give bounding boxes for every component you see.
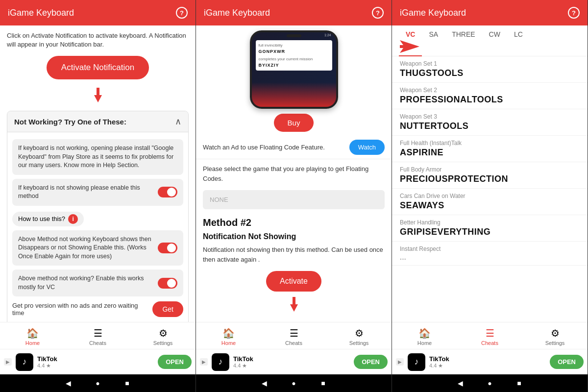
nav-settings-1[interactable]: ⚙ Settings <box>130 325 196 348</box>
ad-app-name-1: TikTok <box>37 355 154 363</box>
get-pro-button[interactable]: Get <box>152 301 183 317</box>
pro-row: Get pro version with no ads and zero wai… <box>12 301 183 317</box>
nav-cheats-2[interactable]: ☰ Cheats <box>261 325 326 348</box>
ad-open-button-1[interactable]: OPEN <box>158 355 192 369</box>
nav-settings-3[interactable]: ⚙ Settings <box>522 325 588 348</box>
ad-open-button-3[interactable]: OPEN <box>550 355 584 369</box>
not-working-header[interactable]: Not Working? Try One of These: ∧ <box>7 111 188 132</box>
activate-button-2[interactable]: Activate <box>266 271 321 292</box>
content-area-3: Weapon Set 1 THUGSTOOLS Weapon Set 2 PRO… <box>392 56 588 322</box>
ad-rating-1: 4.4 ★ <box>37 363 154 369</box>
ad-label-1: ▶ <box>4 358 12 366</box>
game-select[interactable]: NONE <box>203 190 385 209</box>
weapon-code-2: PROFESSIONALTOOLS <box>400 95 580 105</box>
home-button-1[interactable]: ● <box>93 378 103 388</box>
home-button-3[interactable]: ● <box>485 378 495 388</box>
code-row-1: full invinciblity GONPXWR <box>259 43 329 54</box>
arrow-to-activate-2 <box>284 294 304 314</box>
ad-banner-1: ▶ ♪ TikTok 4.4 ★ OPEN <box>0 349 196 374</box>
select-game-text: Please select the game that you are play… <box>196 159 392 188</box>
not-working-title: Not Working? Try One of These: <box>14 118 126 126</box>
tiktok-logo-3: ♪ <box>408 353 425 371</box>
ad-rating-2: 4.4 ★ <box>233 363 350 369</box>
nav-home-1[interactable]: 🏠 Home <box>0 325 65 348</box>
watch-button[interactable]: Watch <box>349 140 385 155</box>
method2-title: Method #2 <box>196 211 392 230</box>
bottom-nav-2: 🏠 Home ☰ Cheats ⚙ Settings <box>196 322 392 349</box>
back-button-1[interactable]: ◀ <box>64 378 74 388</box>
tab-cw[interactable]: CW <box>482 25 507 56</box>
weapon-group-5: Full Body Armor PRECIOUSPROTECTION <box>392 162 588 189</box>
nav-home-2[interactable]: 🏠 Home <box>196 325 261 348</box>
weapon-group-3: Weapon Set 3 NUTTERTOOLS <box>392 109 588 136</box>
ad-label-2: ▶ <box>200 358 208 366</box>
notification-desc: Notification not showing then try this m… <box>196 243 392 269</box>
code-label-1: full invinciblity <box>259 43 329 48</box>
back-button-3[interactable]: ◀ <box>456 378 466 388</box>
bottom-nav-3: 🏠 Home ☰ Cheats ⚙ Settings <box>392 322 588 349</box>
buy-button[interactable]: Buy <box>274 114 314 132</box>
weapon-set-label-4: Full Health (Instant)Talk <box>400 140 580 147</box>
home-icon-2: 🏠 <box>222 327 235 339</box>
android-nav-1: ◀ ● ■ <box>0 374 196 392</box>
nav-cheats-1[interactable]: ☰ Cheats <box>65 325 130 348</box>
app-header-3: iGame Keyboard ? <box>392 0 588 25</box>
ad-app-name-3: TikTok <box>429 355 546 363</box>
weapon-set-label-3: Weapon Set 3 <box>400 113 580 120</box>
weapon-set-label-1: Weapon Set 1 <box>400 60 580 67</box>
back-button-2[interactable]: ◀ <box>260 378 270 388</box>
tiktok-logo-2: ♪ <box>212 353 229 371</box>
pro-text: Get pro version with no ads and zero wai… <box>12 302 147 317</box>
cheats-icon-1: ☰ <box>94 327 102 339</box>
weapon-code-6: SEAWAYS <box>400 200 580 211</box>
weapon-set-label-2: Weapon Set 2 <box>400 87 580 94</box>
app-title-2: iGame Keyboard <box>204 8 270 18</box>
ad-open-button-2[interactable]: OPEN <box>354 355 388 369</box>
watch-row: Watch an Ad to use Floating Code Feature… <box>196 136 392 159</box>
ad-label-3: ▶ <box>396 358 404 366</box>
home-button-2[interactable]: ● <box>289 378 299 388</box>
watch-text: Watch an Ad to use Floating Code Feature… <box>203 144 349 151</box>
fix-item-2: If keyboard is not showing please enable… <box>12 179 183 206</box>
recent-button-2[interactable]: ■ <box>318 378 328 388</box>
tab-lc[interactable]: LC <box>507 25 530 56</box>
cheats-icon-3: ☰ <box>486 327 494 339</box>
weapon-set-label-5: Full Body Armor <box>400 166 580 173</box>
nav-cheats-3[interactable]: ☰ Cheats <box>457 325 522 348</box>
info-icon: i <box>68 214 78 224</box>
how-to-button[interactable]: How to use this? i <box>12 212 84 226</box>
fix-item-4-toggle[interactable] <box>158 278 177 289</box>
recent-button-1[interactable]: ■ <box>122 378 132 388</box>
tab-vc[interactable]: VC <box>399 25 422 56</box>
nav-home-3[interactable]: 🏠 Home <box>392 325 457 348</box>
fix-item-2-toggle[interactable] <box>158 187 177 197</box>
weapon-set-label-8: Instant Respect <box>400 245 580 252</box>
settings-icon-3: ⚙ <box>551 327 560 339</box>
recent-button-3[interactable]: ■ <box>514 378 524 388</box>
ad-text-group-1: TikTok 4.4 ★ <box>37 355 154 369</box>
app-header-1: iGame Keyboard ? <box>0 0 196 25</box>
ad-banner-3: ▶ ♪ TikTok 4.4 ★ OPEN <box>392 349 588 374</box>
arrow-to-activate <box>88 85 108 105</box>
ad-rating-3: 4.4 ★ <box>429 363 546 369</box>
tab-sa[interactable]: SA <box>422 25 445 56</box>
weapon-code-7: GRIPISEVERYTHING <box>400 227 580 237</box>
content-area-1: Click on Activate Notification to activa… <box>0 25 196 322</box>
help-button-1[interactable]: ? <box>176 7 188 19</box>
tabs-row: VC SA THREE CW LC <box>392 25 588 56</box>
help-button-2[interactable]: ? <box>372 7 384 19</box>
cheats-icon-2: ☰ <box>290 327 298 339</box>
nav-settings-2[interactable]: ⚙ Settings <box>326 325 392 348</box>
android-nav-2: ◀ ● ■ <box>196 374 392 392</box>
fix-item-3-toggle[interactable] <box>158 243 177 253</box>
app-title-1: iGame Keyboard <box>8 8 74 18</box>
ad-app-name-2: TikTok <box>233 355 350 363</box>
home-icon-1: 🏠 <box>26 327 39 339</box>
help-button-3[interactable]: ? <box>568 7 580 19</box>
tab-three[interactable]: THREE <box>445 25 482 56</box>
not-working-section: Not Working? Try One of These: ∧ If keyb… <box>7 111 189 322</box>
activate-description: Click on Activate Notification to activa… <box>7 31 189 49</box>
activate-notification-button[interactable]: Activate Notification <box>47 56 149 79</box>
app-title-3: iGame Keyboard <box>400 8 466 18</box>
weapon-group-7: Better Handling GRIPISEVERYTHING <box>392 215 588 242</box>
